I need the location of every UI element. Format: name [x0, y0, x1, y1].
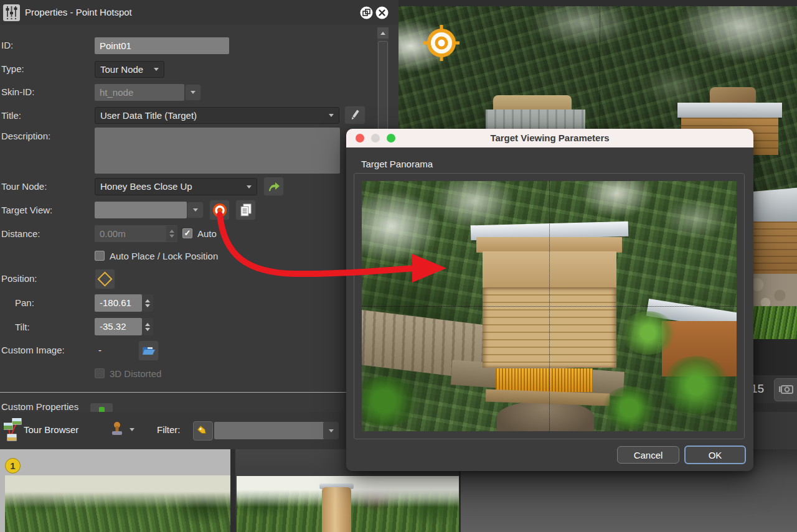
description-label: Description:: [1, 131, 50, 141]
title-label: Title:: [1, 110, 21, 121]
hive-lid: [677, 103, 782, 118]
dialog-titlebar[interactable]: Target Viewing Parameters: [346, 129, 753, 147]
edit-title-button[interactable]: [344, 106, 365, 124]
close-icon[interactable]: [375, 6, 389, 19]
tour-browser-icon: [4, 418, 24, 443]
properties-panel: Properties - Point Hotspot ID: Point01 T…: [0, 0, 398, 412]
tour-browser-title: Tour Browser: [24, 424, 78, 435]
chevron-down-icon: [247, 185, 252, 189]
auto-distance-checkbox[interactable]: ✓: [182, 228, 192, 238]
spin-up-icon: [145, 299, 150, 302]
id-input[interactable]: Point01: [95, 37, 229, 54]
foreground-leaves: [362, 376, 422, 426]
chevron-down-icon: [193, 208, 198, 212]
pan-label: Pan:: [15, 297, 34, 308]
target-view-input[interactable]: [95, 202, 187, 218]
node-number-badge: 1: [5, 458, 21, 474]
type-dropdown[interactable]: Tour Node: [95, 61, 164, 78]
tilt-input[interactable]: -35.32: [95, 318, 142, 335]
tilt-spinner[interactable]: [142, 318, 153, 335]
custom-properties-toggle[interactable]: [90, 403, 113, 412]
title-dropdown[interactable]: User Data Title (Target): [95, 107, 339, 124]
section-divider: [0, 392, 398, 393]
auto-place-label: Auto Place / Lock Position: [110, 251, 218, 261]
foreground-leaves: [662, 356, 730, 415]
target-viewing-parameters-dialog: Target Viewing Parameters Target Panoram…: [346, 129, 753, 471]
filter-dropdown-button[interactable]: [323, 422, 339, 439]
ok-button[interactable]: OK: [684, 446, 746, 464]
target-panorama-label: Target Panorama: [361, 159, 433, 169]
skin-id-input[interactable]: ht_node: [95, 84, 184, 101]
filter-input[interactable]: [214, 422, 324, 439]
float-window-icon[interactable]: [360, 6, 373, 19]
spin-up-icon: [169, 230, 174, 233]
spin-down-icon: [169, 235, 174, 238]
browse-image-button[interactable]: [138, 340, 159, 361]
distorted-label: 3D Distorted: [110, 368, 161, 379]
beehive-entrance-tray: [496, 368, 593, 392]
diamond-icon: [97, 271, 112, 286]
pencil-icon: [349, 109, 361, 121]
tree-trunk: [497, 401, 595, 431]
scrollbar-up-button[interactable]: [377, 27, 389, 39]
cancel-button[interactable]: Cancel: [617, 446, 679, 464]
chevron-down-icon: [329, 114, 334, 117]
arrow-up-icon: [380, 32, 385, 35]
spin-down-icon: [145, 304, 150, 307]
foreground-leaves: [601, 386, 658, 430]
stamp-dropdown-caret: [130, 428, 134, 431]
distance-spinner[interactable]: [166, 226, 177, 241]
snapshot-button[interactable]: [774, 378, 797, 401]
point-hotspot-icon[interactable]: [422, 24, 461, 62]
auto-place-checkbox[interactable]: [95, 251, 105, 261]
spin-up-icon: [145, 323, 150, 326]
position-label: Position:: [1, 273, 37, 284]
skin-id-dropdown-button[interactable]: [185, 84, 201, 101]
custom-image-value: -: [98, 345, 101, 355]
foreground-leaves: [620, 311, 676, 355]
tilt-label: Tilt:: [15, 322, 30, 332]
description-textarea[interactable]: [95, 128, 340, 174]
green-indicator-icon: [99, 407, 105, 413]
chevron-down-icon: [191, 91, 196, 94]
distorted-checkbox[interactable]: [95, 368, 105, 378]
position-marker-button[interactable]: [95, 269, 115, 289]
panel-header: Properties - Point Hotspot: [0, 0, 398, 25]
skin-id-label: Skin-ID:: [1, 86, 34, 97]
tour-node-label: Tour Node:: [1, 181, 47, 192]
id-label: ID:: [1, 40, 13, 50]
properties-icon: [3, 4, 20, 21]
custom-image-label: Custom Image:: [1, 345, 65, 355]
pan-spinner[interactable]: [142, 294, 153, 312]
pano2vr-target-icon: [212, 202, 228, 218]
dialog-body: Target Panorama Cancel OK: [346, 147, 753, 471]
goto-node-button[interactable]: [263, 177, 284, 196]
pan-input[interactable]: -180.61: [95, 294, 142, 312]
target-view-label: Target View:: [1, 205, 52, 215]
filter-label: Filter:: [157, 424, 181, 435]
tag-icon: [196, 424, 209, 437]
folder-open-icon: [142, 345, 156, 357]
dialog-title: Target Viewing Parameters: [346, 129, 753, 147]
set-target-view-button[interactable]: [209, 200, 230, 220]
chevron-down-icon: [329, 429, 334, 432]
thumbnail-image: [5, 475, 230, 532]
target-view-dropdown-button[interactable]: [187, 202, 204, 218]
type-label: Type:: [1, 63, 24, 74]
hive-body: [322, 487, 351, 532]
custom-properties-label: Custom Properties: [1, 401, 78, 412]
camera-icon: [779, 383, 795, 395]
chevron-down-icon: [154, 68, 159, 71]
target-panorama-preview[interactable]: [362, 181, 737, 431]
crosshair-horizontal-line: [362, 306, 737, 307]
thumbnail-image: [237, 476, 459, 532]
stamp-tool-button[interactable]: [110, 419, 139, 441]
filter-tag-button[interactable]: [193, 421, 213, 441]
tour-node-dropdown[interactable]: Honey Bees Close Up: [95, 178, 257, 195]
stamp-icon: [110, 421, 126, 437]
tour-node-thumbnail-selected[interactable]: 1: [0, 449, 230, 532]
jump-arrow-icon: [268, 181, 280, 192]
copy-view-button[interactable]: [235, 200, 256, 220]
distance-input[interactable]: 0.00m: [95, 225, 177, 242]
spin-down-icon: [145, 328, 150, 331]
